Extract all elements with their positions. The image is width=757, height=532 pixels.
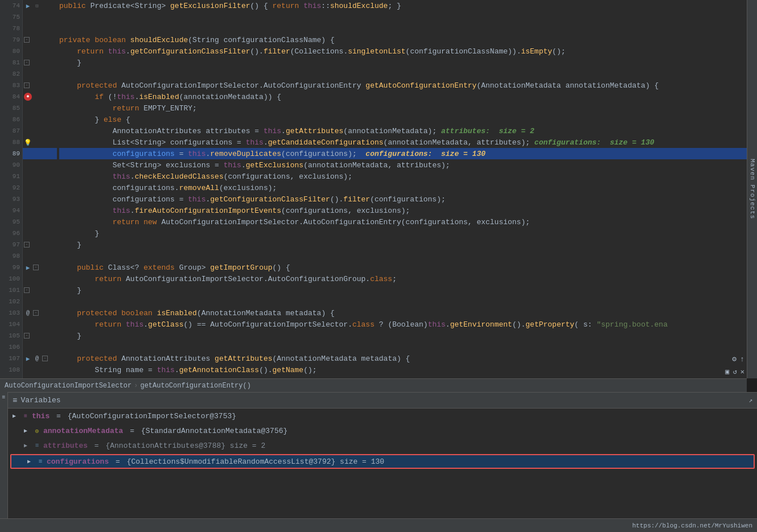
gutter-row-101: -: [23, 284, 57, 296]
status-url: https://blog.csdn.net/MrYushiwen: [632, 522, 752, 529]
line-103: 103: [0, 307, 22, 319]
gutter-row-103: @ -: [23, 307, 57, 319]
gutter-row-106: [23, 341, 57, 353]
code-line-85: return EMPTY_ENTRY;: [59, 102, 747, 114]
line-90: 90: [0, 159, 22, 171]
line-94: 94: [0, 205, 22, 216]
panel-icon-1: ≡: [2, 394, 5, 401]
gutter-row-82: [23, 68, 57, 80]
var-equals-annotation: =: [125, 427, 138, 435]
gutter-row-98: [23, 250, 57, 262]
line-98: 98: [0, 250, 22, 262]
equals-icon: ≡: [13, 396, 17, 405]
var-value-this: {AutoConfigurationImportSelector@3753}: [68, 412, 236, 420]
breadcrumb-class[interactable]: AutoConfigurationImportSelector: [5, 382, 131, 390]
code-line-89: configurations = this.removeDuplicates(c…: [59, 148, 747, 159]
fold-83[interactable]: -: [24, 83, 30, 88]
expand-arrow-configurations: ▶: [27, 458, 34, 465]
gutter-row-78: [23, 23, 57, 34]
breadcrumb-method[interactable]: getAutoConfigurationEntry(): [140, 382, 250, 390]
gutter-row-100: [23, 273, 57, 284]
code-line-103: protected boolean isEnabled(AnnotationMe…: [59, 307, 747, 319]
var-value-configurations: {Collections$UnmodifiableRandomAccessLis…: [127, 457, 384, 466]
var-row-configurations[interactable]: ▶ ≡ configurations = {Collections$Unmodi…: [10, 454, 755, 469]
line-89: 89: [0, 148, 22, 159]
gutter-row-107: ▶ @ -: [23, 353, 57, 364]
gutter-row-105: -: [23, 330, 57, 341]
line-102: 102: [0, 296, 22, 307]
configurations-icon: ≡: [36, 457, 44, 465]
refresh-button[interactable]: ↺: [733, 368, 737, 376]
var-equals-this: =: [52, 412, 65, 420]
fold-97[interactable]: -: [24, 242, 30, 248]
code-line-83: protected AutoConfigurationImportSelecto…: [59, 80, 747, 91]
breakpoint-84[interactable]: ●: [24, 93, 32, 101]
variables-header: ≡ Variables ↗: [8, 393, 757, 409]
code-line-88: List<String> configurations = this.getCa…: [59, 137, 747, 148]
code-line-108: String name = this.getAnnotationClass().…: [59, 364, 747, 376]
gutter-row-83: -: [23, 80, 57, 91]
line-86: 86: [0, 114, 22, 125]
fold-79[interactable]: -: [24, 37, 30, 43]
expand-arrow-attributes: ▶: [24, 442, 31, 449]
fold-101[interactable]: -: [24, 287, 30, 293]
line-numbers-gutter: 74 75 78 79 80 81 82 83 84 85 86 87 88 8…: [0, 0, 23, 378]
panel-expand-button[interactable]: ↗: [748, 397, 752, 404]
gutter-row-87: [23, 125, 57, 137]
var-row-this[interactable]: ▶ ≡ this = {AutoConfigurationImportSelec…: [8, 409, 757, 423]
line-84: 84: [0, 91, 22, 102]
fold-107[interactable]: -: [42, 356, 48, 361]
line-97: 97: [0, 239, 22, 250]
close-panel-button[interactable]: ✕: [740, 368, 744, 376]
line-100: 100: [0, 273, 22, 284]
fold-74[interactable]: ⊟: [33, 2, 41, 10]
var-name-attributes: attributes: [43, 442, 88, 450]
line-75: 75: [0, 11, 22, 23]
gear-settings-button[interactable]: ⚙: [732, 354, 737, 364]
gutter-row-81: -: [23, 57, 57, 68]
line-82: 82: [0, 68, 22, 80]
var-row-attributes[interactable]: ▶ ≡ attributes = {AnnotationAttributes@3…: [8, 438, 757, 453]
gutter-row-80: [23, 46, 57, 57]
fold-99[interactable]: -: [33, 265, 39, 270]
line-85: 85: [0, 102, 22, 114]
code-line-98: [59, 250, 747, 262]
line-107: 107: [0, 353, 22, 364]
bulb-88[interactable]: 💡: [24, 138, 32, 146]
gutter-row-93: [23, 193, 57, 205]
line-99: 99: [0, 262, 22, 273]
fold-81[interactable]: -: [24, 60, 30, 65]
gutter-row-96: [23, 228, 57, 239]
line-109: 109: [0, 376, 22, 378]
scroll-up-button[interactable]: ↑: [740, 355, 744, 364]
var-row-annotation-metadata[interactable]: ▶ ⊙ annotationMetadata = {StandardAnnota…: [8, 423, 757, 438]
fold-105[interactable]: -: [24, 333, 30, 339]
panel-left-icons: ≡: [0, 392, 8, 532]
gutter-icons: ▶ ⊟ - - - ●: [23, 0, 57, 378]
var-name-this: this: [32, 412, 50, 420]
gutter-row-84: ●: [23, 91, 57, 102]
gutter-row-108: [23, 364, 57, 376]
code-line-82: [59, 68, 747, 80]
line-91: 91: [0, 171, 22, 182]
gutter-row-85: [23, 102, 57, 114]
restore-panel-button[interactable]: ▣: [725, 368, 729, 376]
var-equals-attributes: =: [90, 442, 103, 450]
line-80: 80: [0, 46, 22, 57]
code-line-81: }: [59, 57, 747, 68]
gutter-row-92: [23, 182, 57, 193]
code-line-87: AnnotationAttributes attributes = this.g…: [59, 125, 747, 137]
code-line-84: if (!this.isEnabled(annotationMetadata))…: [59, 91, 747, 102]
code-line-97: }: [59, 239, 747, 250]
line-79: 79: [0, 34, 22, 46]
line-105: 105: [0, 330, 22, 341]
maven-projects-panel-label[interactable]: Maven Projects: [747, 0, 757, 378]
line-92: 92: [0, 182, 22, 193]
attributes-icon: ≡: [33, 442, 41, 449]
code-line-100: return AutoConfigurationImportSelector.A…: [59, 273, 747, 284]
line-106: 106: [0, 341, 22, 353]
fold-103[interactable]: -: [33, 310, 39, 316]
line-81: 81: [0, 57, 22, 68]
gutter-row-94: [23, 205, 57, 216]
this-var-icon: ≡: [22, 412, 30, 420]
